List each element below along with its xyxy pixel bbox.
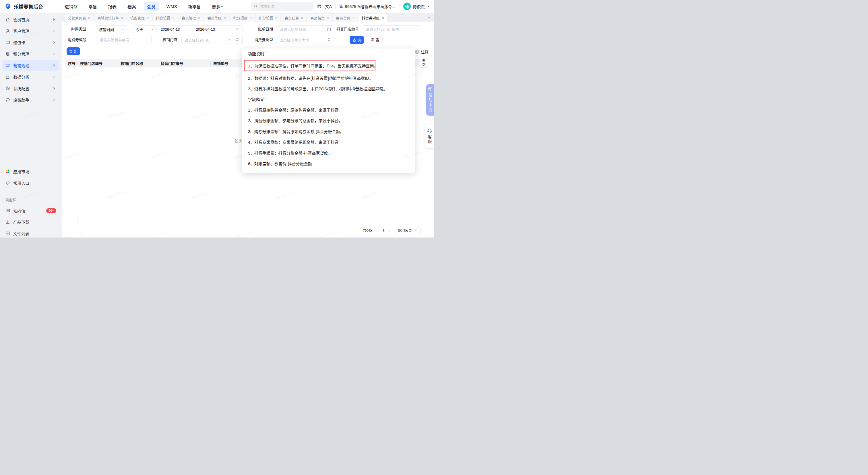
tab-close-icon[interactable]: ×	[352, 16, 355, 20]
chat-icon	[5, 98, 10, 102]
sidebar-item-企微助手[interactable]: 企微助手	[2, 94, 59, 106]
tab-商城销售订单[interactable]: 商城销售订单×	[94, 14, 126, 22]
tab-label: 设备管理	[130, 15, 145, 21]
tab-list-caret-icon[interactable]	[427, 15, 431, 19]
popup-field-line: 4、抖音商家货款：商家最终提现金额，来源于抖音。	[248, 140, 411, 145]
tab-抖音设置[interactable]: 抖音设置×	[153, 14, 178, 22]
nav-menu-item[interactable]: 报表	[105, 2, 120, 11]
time-type-select[interactable]: 核销时间	[96, 25, 128, 33]
tab-close-icon[interactable]: ×	[327, 16, 329, 20]
tab-close-icon[interactable]: ×	[121, 16, 123, 20]
nav-menu-item[interactable]: 进销存	[61, 2, 81, 11]
coupon-type-select[interactable]: 请选择消费券类型	[276, 36, 334, 44]
sidebar-section-label: 功能栏	[0, 196, 62, 205]
sidebar-item-文件列表[interactable]: 文件列表	[2, 228, 59, 238]
sidebar-item-数据分析[interactable]: 数据分析	[2, 71, 59, 82]
nav-menu: 进销存零售报表档案会员WMS新零售更多▾	[61, 2, 226, 11]
sidebar-item-营销活动[interactable]: 营销活动	[2, 60, 59, 71]
coupon-no-field[interactable]	[99, 38, 148, 42]
tab-close-icon[interactable]: ×	[382, 16, 384, 20]
search-icon[interactable]	[327, 38, 331, 42]
tab-积分设置[interactable]: 积分设置×	[256, 14, 281, 22]
app-logo[interactable]: 乐檬零售后台	[0, 3, 61, 10]
search-input[interactable]	[260, 4, 304, 9]
sidebar-item-系统配置[interactable]: 系统配置	[2, 82, 59, 94]
help-center-button[interactable]: 帮助中心	[426, 84, 434, 115]
tab-分销商列表[interactable]: 分销商列表×	[65, 14, 93, 22]
page-size-select[interactable]: 50 条/页	[395, 226, 421, 234]
nav-menu-item[interactable]: 零售	[85, 2, 100, 11]
date-range-picker[interactable]: 今天 2026-04-13 → 2026-04-13	[133, 25, 243, 33]
user-menu[interactable]: 傅 傅俊杰	[403, 3, 430, 10]
column-settings-button[interactable]: 列	[420, 58, 428, 68]
current-page[interactable]: 1	[382, 228, 384, 232]
printer-icon[interactable]	[317, 4, 322, 9]
page: 乐檬零售后台 进销存零售报表档案会员WMS新零售更多▾ 文A 99675-A组新…	[0, 0, 434, 238]
tab-close-icon[interactable]: ×	[198, 16, 200, 20]
popup-subtitle: 字段释义：	[248, 97, 411, 102]
time-type-label: 时间类型	[68, 25, 86, 33]
sidebar-item-站内信[interactable]: 站内信99+	[2, 205, 59, 216]
tab-close-icon[interactable]: ×	[224, 16, 226, 20]
tab-商品档案[interactable]: 商品档案×	[307, 14, 332, 22]
douyin-store-field[interactable]	[365, 27, 417, 32]
nav-menu-item-label: WMS	[166, 4, 177, 9]
next-page-icon[interactable]: ›	[389, 228, 391, 233]
user-name: 傅俊杰	[413, 3, 425, 9]
collapse-sidebar-icon[interactable]	[52, 17, 56, 22]
customer-service-button[interactable]: 客服	[425, 125, 434, 148]
tab-label: 会员首页	[336, 15, 350, 21]
coupon-no-input[interactable]	[96, 36, 152, 44]
search-button[interactable]: 查 询	[350, 36, 364, 44]
sidebar-item-会员首页[interactable]: 会员首页	[2, 14, 59, 25]
question-icon: ?	[415, 49, 420, 54]
sidebar-item-积分管理[interactable]: 积分管理	[2, 48, 59, 60]
search-icon[interactable]	[236, 38, 239, 42]
nav-menu-item-label: 档案	[127, 3, 136, 9]
sidebar-item-客户管理[interactable]: 客户管理	[2, 25, 59, 37]
translate-icon[interactable]: 文A	[325, 3, 332, 9]
tab-会员管理[interactable]: 会员管理×	[179, 14, 204, 22]
tab-close-icon[interactable]: ×	[172, 16, 175, 20]
tab-label: 分销商列表	[68, 15, 86, 21]
popup-note-line: 3、没有乐檬对应数据的可能原因：未在POS核销；核销时抖音数据返回异常。	[248, 86, 411, 92]
prev-page-icon[interactable]: ‹	[377, 228, 378, 233]
bill-date-input[interactable]	[276, 25, 334, 33]
company-switcher[interactable]: 99675-A组新界面果蔬版QA测…	[339, 3, 396, 9]
tab-close-icon[interactable]: ×	[301, 16, 303, 20]
divider	[400, 4, 400, 9]
tab-会员首页[interactable]: 会员首页×	[333, 14, 358, 22]
export-button[interactable]: 导 出	[67, 47, 80, 55]
nav-menu-item-label: 新零售	[188, 3, 201, 9]
tab-close-icon[interactable]: ×	[275, 16, 278, 20]
reset-button[interactable]: 重 置	[368, 36, 383, 44]
sidebar-item-储值卡[interactable]: 储值卡	[2, 37, 59, 48]
nav-menu-item[interactable]: 会员	[144, 2, 159, 11]
douyin-store-input[interactable]	[362, 25, 420, 33]
tab-抖音券对账[interactable]: 抖音券对账×	[359, 14, 387, 22]
tab-设备管理[interactable]: 设备管理×	[127, 14, 152, 22]
tab-会员任务[interactable]: 会员任务×	[281, 14, 306, 22]
end-date-value: 2026-04-13	[196, 27, 215, 32]
tab-close-icon[interactable]: ×	[147, 16, 149, 20]
nav-menu-item[interactable]: WMS	[163, 3, 180, 10]
tab-label: 商城销售订单	[97, 15, 119, 21]
nav-menu-item[interactable]: 新零售	[185, 2, 204, 11]
nav-menu-item[interactable]: 更多▾	[209, 2, 226, 11]
sidebar-item-常用入口[interactable]: 常用入口	[2, 177, 59, 189]
nav-menu-item[interactable]: 档案	[124, 2, 139, 11]
bill-date-field[interactable]	[279, 27, 327, 32]
annotation-toggle[interactable]: ? 注释	[415, 49, 429, 55]
chevron-right-icon	[52, 63, 56, 68]
tab-会员等级[interactable]: 会员等级×	[205, 14, 229, 22]
store-select[interactable]: 请选择核销门店	[181, 36, 243, 44]
tab-close-icon[interactable]: ×	[88, 16, 90, 20]
sidebar-item-产品下载[interactable]: 产品下载	[2, 216, 59, 228]
sidebar-item-应用市场[interactable]: 应用市场	[2, 166, 59, 177]
company-icon	[339, 4, 343, 9]
sidebar: 会员首页客户管理储值卡积分管理营销活动数据分析系统配置企微助手 应用市场常用入口…	[0, 12, 62, 238]
global-search[interactable]	[251, 2, 313, 11]
tab-积分规则[interactable]: 积分规则×	[230, 14, 255, 22]
company-name: 99675-A组新界面果蔬版QA测…	[345, 3, 396, 9]
tab-close-icon[interactable]: ×	[249, 16, 252, 20]
